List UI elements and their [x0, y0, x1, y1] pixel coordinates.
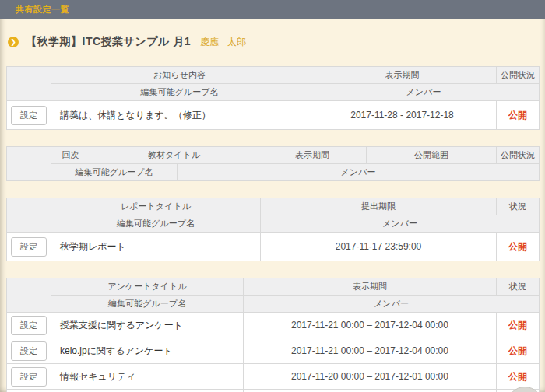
- status-header: 状況: [497, 198, 540, 215]
- status-badge: 公開: [508, 345, 527, 356]
- settings-button-cell: 設定: [7, 390, 51, 392]
- survey-header-row-1: アンケートタイトル 表示期間 状況: [7, 278, 540, 296]
- survey-table: アンケートタイトル 表示期間 状況 編集可能グループ名 メンバー 設定 授業支援…: [6, 278, 540, 392]
- settings-button[interactable]: 設定: [11, 237, 47, 257]
- report-title-header: レポートタイトル: [51, 198, 261, 215]
- status-badge: 公開: [508, 110, 527, 121]
- member-header: メンバー: [261, 215, 540, 233]
- survey-title-cell: 授業支援に関するアンケート: [51, 313, 244, 338]
- publish-status-header: 公開状況: [497, 67, 540, 84]
- publish-status-header: 公開状況: [497, 147, 540, 164]
- survey-title-header: アンケートタイトル: [51, 278, 244, 296]
- announcement-header-row-1: お知らせ内容 表示期間 公開状況: [7, 67, 540, 84]
- survey-period-cell: 2017-11-20 00:00 – 2017-12-01 00:00: [244, 364, 497, 390]
- announcement-table: お知らせ内容 表示期間 公開状況 編集可能グループ名 メンバー 設定 講義は、休…: [6, 66, 540, 130]
- chevron-right-icon: ❯: [8, 37, 19, 47]
- survey-row: 設定 情報セキュリティ 2017-11-20 00:00 – 2017-12-0…: [7, 364, 540, 390]
- instructor-family-name-link[interactable]: 慶應: [200, 36, 219, 49]
- empty-header-cell: [7, 278, 51, 313]
- survey-period-cell: 2017-11-21 00:00 – 2017-12-04 00:00: [244, 313, 497, 338]
- empty-header-cell: [7, 147, 51, 181]
- survey-row: 設定 keio.jpに関するアンケート 2017-11-21 00:00 – 2…: [7, 338, 540, 364]
- settings-button-cell: 設定: [7, 338, 51, 364]
- top-bar: 共有設定一覧: [0, 0, 545, 19]
- deadline-header: 提出期限: [261, 198, 497, 215]
- settings-button[interactable]: 設定: [11, 341, 47, 361]
- settings-button-cell: 設定: [7, 233, 51, 261]
- announcement-content-header: お知らせ内容: [51, 67, 308, 84]
- session-header: 回次: [51, 147, 90, 164]
- survey-row: 設定 顔写真 2017-11-20 00:00 – 2017-12-01 00:…: [7, 390, 540, 392]
- settings-button-cell: 設定: [7, 364, 51, 390]
- course-header: ❯ 【秋学期】ITC授業サンプル 月1 慶應 太郎: [0, 19, 545, 51]
- status-cell: 公開: [497, 364, 540, 390]
- announcement-row: 設定 講義は、休講となります。（修正） 2017-11-28 - 2017-12…: [7, 101, 540, 130]
- editable-group-header: 編集可能グループ名: [51, 164, 178, 181]
- member-header: メンバー: [178, 164, 540, 181]
- settings-button-cell: 設定: [7, 101, 51, 130]
- report-title-cell: 秋学期レポート: [51, 233, 261, 261]
- material-title-header: 教材タイトル: [90, 147, 258, 164]
- status-badge: 公開: [508, 241, 527, 252]
- status-header: 状況: [497, 278, 540, 296]
- survey-title-cell: 顔写真: [51, 390, 244, 392]
- member-header: メンバー: [308, 84, 540, 101]
- survey-row: 設定 授業支援に関するアンケート 2017-11-21 00:00 – 2017…: [7, 313, 540, 338]
- survey-period-cell: 2017-11-21 00:00 – 2017-12-04 00:00: [244, 338, 497, 364]
- instructor-given-name-link[interactable]: 太郎: [227, 36, 246, 49]
- announcement-header-row-2: 編集可能グループ名 メンバー: [7, 84, 540, 101]
- material-table: 回次 教材タイトル 表示期間 公開範囲 公開状況 編集可能グループ名 メンバー: [6, 146, 540, 181]
- material-header-row-2: 編集可能グループ名 メンバー: [7, 164, 540, 181]
- report-table: レポートタイトル 提出期限 状況 編集可能グループ名 メンバー 設定 秋学期レポ…: [6, 198, 540, 261]
- settings-button-cell: 設定: [7, 313, 51, 338]
- survey-header-row-2: 編集可能グループ名 メンバー: [7, 296, 540, 313]
- display-period-header: 表示期間: [258, 147, 367, 164]
- report-header-row-1: レポートタイトル 提出期限 状況: [7, 198, 540, 215]
- survey-title-cell: keio.jpに関するアンケート: [51, 338, 244, 364]
- publish-scope-header: 公開範囲: [367, 147, 497, 164]
- empty-header-cell: [7, 198, 51, 233]
- status-cell: 公開: [497, 233, 540, 261]
- settings-button[interactable]: 設定: [11, 316, 47, 335]
- report-header-row-2: 編集可能グループ名 メンバー: [7, 215, 540, 233]
- report-row: 設定 秋学期レポート 2017-11-17 23:59:00 公開: [7, 233, 540, 261]
- editable-group-header: 編集可能グループ名: [51, 296, 244, 313]
- settings-button[interactable]: 設定: [11, 106, 47, 125]
- empty-header-cell: [7, 67, 51, 101]
- survey-title-cell: 情報セキュリティ: [51, 364, 244, 390]
- editable-group-header: 編集可能グループ名: [51, 215, 261, 233]
- report-deadline-cell: 2017-11-17 23:59:00: [261, 233, 497, 261]
- instructor-links: 慶應 太郎: [200, 36, 246, 49]
- status-badge: 公開: [508, 371, 527, 382]
- status-cell: 公開: [497, 313, 540, 338]
- shared-settings-nav-item[interactable]: 共有設定一覧: [16, 5, 69, 14]
- material-header-row-1: 回次 教材タイトル 表示期間 公開範囲 公開状況: [7, 147, 540, 164]
- page: 共有設定一覧 ❯ 【秋学期】ITC授業サンプル 月1 慶應 太郎 お知らせ内容 …: [0, 0, 545, 392]
- member-header: メンバー: [244, 296, 540, 313]
- survey-period-cell: 2017-11-20 00:00 – 2017-12-01 00:00: [244, 390, 497, 392]
- editable-group-header: 編集可能グループ名: [51, 84, 308, 101]
- display-period-header: 表示期間: [308, 67, 497, 84]
- announcement-title-cell: 講義は、休講となります。（修正）: [51, 101, 308, 130]
- settings-button[interactable]: 設定: [11, 367, 47, 387]
- page-title: 【秋学期】ITC授業サンプル 月1: [26, 35, 191, 49]
- display-period-header: 表示期間: [244, 278, 497, 296]
- status-cell: 公開: [497, 338, 540, 364]
- status-cell: 公開: [497, 101, 540, 130]
- status-badge: 公開: [508, 320, 527, 331]
- announcement-period-cell: 2017-11-28 - 2017-12-18: [308, 101, 497, 130]
